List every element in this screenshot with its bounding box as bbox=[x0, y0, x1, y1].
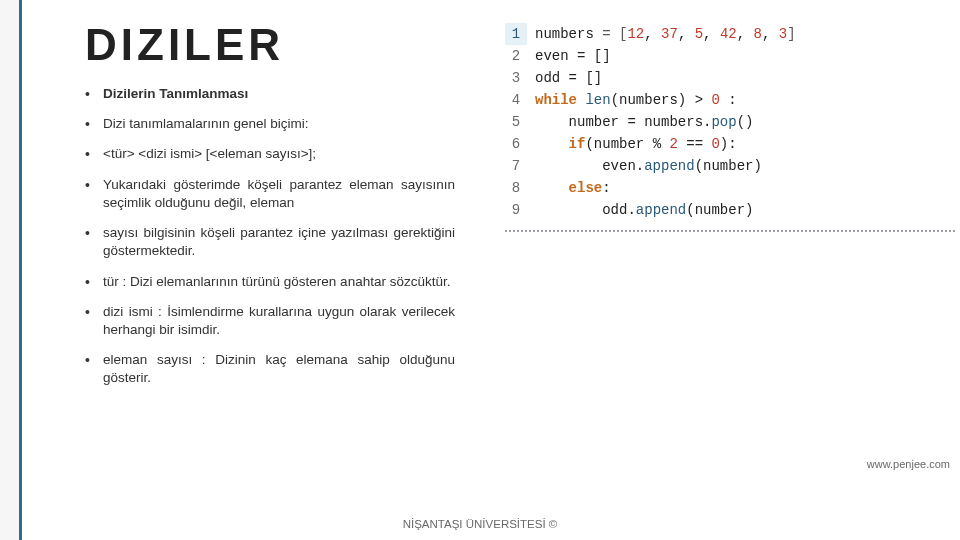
code-token: odd. bbox=[535, 202, 636, 218]
bullet-item: Dizi tanımlamalarının genel biçimi: bbox=[85, 115, 455, 133]
line-number: 3 bbox=[505, 67, 527, 89]
line-number: 6 bbox=[505, 133, 527, 155]
code-token: append bbox=[644, 158, 694, 174]
code-token: 12 bbox=[627, 26, 644, 42]
code-token: () bbox=[737, 114, 754, 130]
code-token bbox=[535, 136, 569, 152]
code-token: , bbox=[644, 26, 661, 42]
code-token: ] bbox=[787, 26, 795, 42]
code-token: while bbox=[535, 92, 585, 108]
bullet-text: Dizilerin Tanımlanması bbox=[103, 86, 248, 101]
code-token: (numbers) > bbox=[611, 92, 712, 108]
code-token: else bbox=[569, 180, 603, 196]
line-number: 2 bbox=[505, 45, 527, 67]
slide: DIZILER Dizilerin Tanımlanması Dizi tanı… bbox=[0, 0, 960, 540]
bullet-item: Yukarıdaki gösterimde köşeli parantez el… bbox=[85, 176, 455, 212]
code-body: numbers = [12, 37, 5, 42, 8, 3] even = [… bbox=[535, 23, 796, 221]
code-token: append bbox=[636, 202, 686, 218]
code-token: , bbox=[737, 26, 754, 42]
code-token: : bbox=[602, 180, 610, 196]
line-number: 4 bbox=[505, 89, 527, 111]
code-token: odd = [] bbox=[535, 70, 602, 86]
code-token: , bbox=[678, 26, 695, 42]
code-token: 3 bbox=[779, 26, 787, 42]
code-token: = [ bbox=[602, 26, 627, 42]
line-number: 5 bbox=[505, 111, 527, 133]
code-token: : bbox=[720, 92, 737, 108]
line-number: 7 bbox=[505, 155, 527, 177]
line-number: 9 bbox=[505, 199, 527, 221]
bullet-item: Dizilerin Tanımlanması bbox=[85, 85, 455, 103]
content-area: Dizilerin Tanımlanması Dizi tanımlamalar… bbox=[85, 85, 455, 400]
code-token: len bbox=[585, 92, 610, 108]
code-token: (number % bbox=[585, 136, 669, 152]
code-token bbox=[535, 180, 569, 196]
code-token: == bbox=[678, 136, 712, 152]
code-token: pop bbox=[711, 114, 736, 130]
bullet-item: eleman sayısı : Dizinin kaç elemana sahi… bbox=[85, 351, 455, 387]
code-token: 0 bbox=[711, 92, 719, 108]
code-token: 5 bbox=[695, 26, 703, 42]
code-token: number = numbers. bbox=[535, 114, 711, 130]
code-token: if bbox=[569, 136, 586, 152]
code-token: 2 bbox=[669, 136, 677, 152]
code-token: 8 bbox=[754, 26, 762, 42]
bullet-item: sayısı bilgisinin köşeli parantez içine … bbox=[85, 224, 455, 260]
code-token: ): bbox=[720, 136, 737, 152]
code-token: , bbox=[703, 26, 720, 42]
code-token: (number) bbox=[695, 158, 762, 174]
bullet-item: dizi ismi : İsimlendirme kurallarına uyg… bbox=[85, 303, 455, 339]
footer-text: NİŞANTAŞI ÜNİVERSİTESİ © bbox=[0, 518, 960, 530]
code-token: (number) bbox=[686, 202, 753, 218]
bullet-list: Dizilerin Tanımlanması Dizi tanımlamalar… bbox=[85, 85, 455, 388]
code-token: , bbox=[762, 26, 779, 42]
code-snippet: 1 2 3 4 5 6 7 8 9 numbers = [12, 37, 5, … bbox=[505, 23, 955, 223]
line-number: 8 bbox=[505, 177, 527, 199]
code-token: numbers bbox=[535, 26, 602, 42]
code-token: 0 bbox=[711, 136, 719, 152]
code-token: 42 bbox=[720, 26, 737, 42]
code-token: 37 bbox=[661, 26, 678, 42]
line-number: 1 bbox=[505, 23, 527, 45]
left-accent-bar bbox=[0, 0, 22, 540]
code-line-numbers: 1 2 3 4 5 6 7 8 9 bbox=[505, 23, 527, 223]
bullet-item: <tür> <dizi ismi> [<eleman sayısı>]; bbox=[85, 145, 455, 163]
watermark-text: www.penjee.com bbox=[867, 458, 950, 470]
bullet-item: tür : Dizi elemanlarının türünü gösteren… bbox=[85, 273, 455, 291]
code-token: even. bbox=[535, 158, 644, 174]
dotted-separator bbox=[505, 230, 955, 232]
code-token: even = [] bbox=[535, 48, 611, 64]
slide-title: DIZILER bbox=[85, 20, 284, 70]
